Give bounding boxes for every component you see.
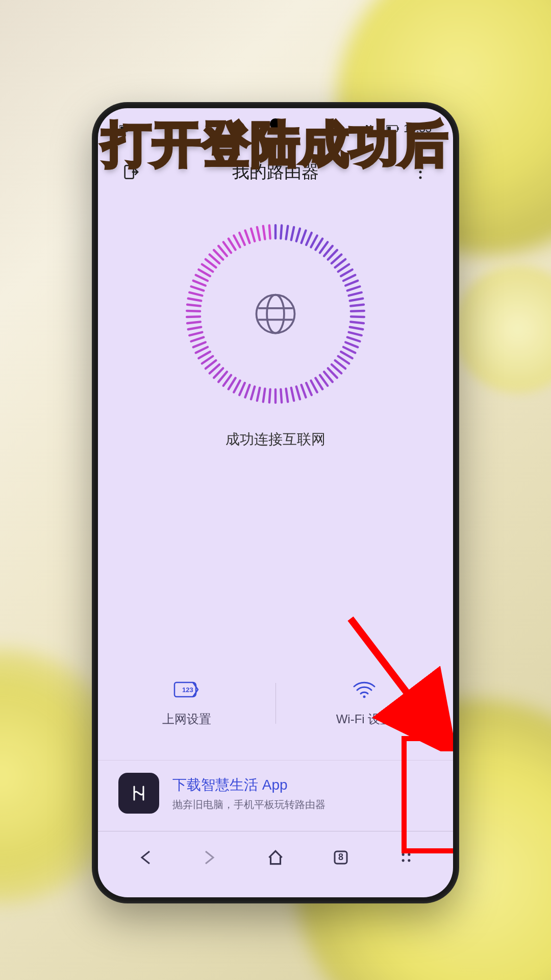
svg-line-38 (345, 342, 358, 347)
svg-line-23 (335, 259, 345, 267)
svg-line-54 (281, 389, 282, 403)
svg-line-16 (306, 233, 312, 245)
svg-line-17 (311, 235, 317, 247)
svg-line-39 (343, 347, 355, 353)
svg-line-71 (196, 347, 208, 353)
svg-line-77 (187, 316, 200, 317)
svg-line-25 (341, 270, 352, 276)
wifi-settings-option[interactable]: Wi-Fi 设置 (276, 657, 453, 749)
svg-line-94 (239, 233, 245, 245)
svg-line-86 (202, 264, 213, 272)
svg-line-72 (193, 342, 206, 347)
svg-line-42 (335, 360, 345, 369)
svg-line-40 (341, 352, 352, 358)
video-caption: 打开登陆成功后 (103, 112, 449, 178)
connection-status-text: 成功连接互联网 (226, 430, 325, 449)
svg-line-49 (306, 383, 312, 395)
option-label: 上网设置 (162, 711, 211, 727)
svg-line-33 (351, 316, 364, 317)
svg-line-51 (296, 386, 300, 399)
svg-line-96 (251, 229, 255, 241)
tabs-count: 8 (338, 852, 343, 863)
svg-line-11 (281, 226, 282, 239)
svg-line-29 (349, 292, 362, 296)
svg-line-59 (251, 386, 255, 399)
svg-line-97 (257, 227, 260, 240)
svg-line-98 (263, 226, 265, 239)
promo-subtitle: 抛弃旧电脑，手机平板玩转路由器 (172, 798, 325, 812)
option-label: Wi-Fi 设置 (336, 711, 393, 727)
svg-line-48 (311, 381, 317, 393)
svg-line-31 (350, 305, 364, 306)
forward-button[interactable] (196, 843, 224, 872)
svg-line-84 (196, 275, 208, 281)
svg-line-13 (291, 227, 294, 240)
svg-line-57 (263, 389, 265, 402)
svg-line-53 (286, 389, 288, 402)
svg-line-82 (191, 286, 204, 290)
svg-line-15 (302, 231, 306, 243)
svg-line-92 (229, 239, 236, 250)
svg-line-78 (187, 311, 200, 311)
network-settings-icon: 123 (173, 679, 200, 702)
svg-line-93 (234, 235, 240, 247)
browser-nav-bar: 8 (98, 831, 453, 897)
svg-text:123: 123 (182, 686, 193, 694)
promo-title: 下载智慧生活 App (172, 775, 325, 795)
options-row: 123 上网设置 Wi-Fi 设置 (98, 657, 453, 749)
svg-line-56 (269, 389, 270, 403)
svg-line-30 (350, 299, 363, 301)
svg-line-37 (347, 337, 360, 341)
svg-line-87 (206, 259, 216, 267)
tabs-button[interactable]: 8 (327, 843, 355, 872)
svg-line-35 (350, 327, 363, 329)
svg-line-12 (286, 226, 288, 239)
svg-point-106 (408, 853, 410, 855)
svg-line-80 (188, 299, 202, 301)
svg-line-18 (315, 239, 322, 250)
home-button[interactable] (261, 843, 290, 872)
wifi-settings-icon (351, 679, 378, 702)
svg-point-100 (257, 295, 295, 333)
hilink-icon (118, 773, 159, 814)
svg-line-75 (188, 327, 202, 329)
svg-line-34 (350, 322, 364, 323)
svg-line-28 (347, 286, 360, 290)
svg-line-83 (193, 281, 206, 286)
network-settings-option[interactable]: 123 上网设置 (98, 657, 276, 749)
phone-frame: N 15:33 我的路由器 (92, 102, 459, 903)
svg-point-101 (267, 295, 284, 333)
svg-point-107 (402, 859, 405, 862)
background-flower (454, 265, 551, 393)
svg-line-32 (351, 311, 364, 311)
app-promo-banner[interactable]: 下载智慧生活 App 抛弃旧电脑，手机平板玩转路由器 (98, 760, 453, 826)
svg-point-103 (363, 696, 366, 698)
svg-line-74 (189, 332, 202, 335)
svg-line-50 (302, 385, 306, 397)
svg-line-41 (338, 356, 349, 363)
svg-line-81 (189, 292, 202, 296)
globe-icon (253, 291, 298, 337)
svg-line-69 (202, 356, 213, 363)
svg-point-105 (402, 853, 405, 855)
svg-line-76 (187, 322, 201, 323)
svg-line-61 (239, 383, 245, 395)
svg-line-26 (343, 275, 355, 281)
svg-line-85 (198, 270, 210, 276)
svg-line-68 (206, 360, 216, 369)
svg-line-62 (234, 381, 240, 393)
svg-point-108 (408, 859, 410, 862)
svg-line-14 (296, 229, 300, 241)
phone-screen: N 15:33 我的路由器 (98, 108, 453, 897)
svg-line-24 (338, 264, 349, 272)
svg-line-47 (315, 378, 322, 389)
svg-line-46 (320, 375, 328, 386)
connection-dial: 成功连接互联网 (98, 219, 453, 449)
back-button[interactable] (131, 843, 159, 872)
svg-line-36 (349, 332, 362, 335)
svg-line-79 (187, 305, 201, 306)
svg-line-95 (245, 231, 250, 243)
menu-button[interactable] (392, 843, 420, 872)
svg-line-73 (191, 337, 204, 341)
svg-line-52 (291, 388, 294, 401)
